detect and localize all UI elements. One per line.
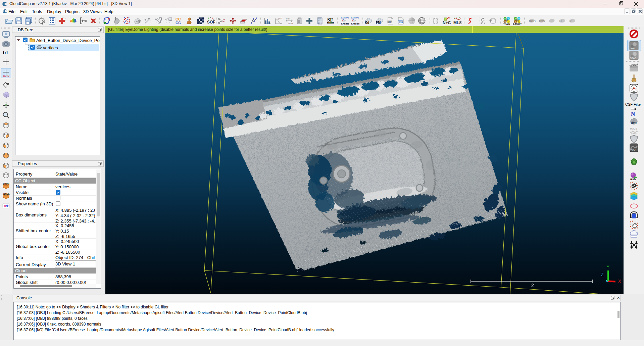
svg-text:CSV: CSV: [398, 21, 403, 23]
svg-text:SOR: SOR: [207, 20, 215, 24]
svg-text:Classify: Classify: [351, 22, 359, 25]
svg-text:CLASSIFY: CLASSIFY: [513, 23, 522, 25]
svg-text:N: N: [631, 111, 635, 117]
svg-text:K: K: [569, 19, 572, 23]
svg-text:HSV: HSV: [539, 19, 545, 23]
svg-text:SSAO: SSAO: [630, 57, 636, 60]
svg-text:Kd: Kd: [365, 21, 369, 24]
svg-text:Z: Z: [601, 272, 604, 277]
svg-text:M3C2: M3C2: [630, 127, 637, 130]
svg-text:PCV: PCV: [631, 149, 636, 152]
svg-text:FRONT: FRONT: [3, 183, 10, 185]
svg-text:auto: auto: [3, 74, 10, 77]
svg-text:X: X: [618, 279, 622, 284]
svg-text:SHP: SHP: [388, 21, 392, 23]
svg-text:FM: FM: [376, 21, 381, 24]
svg-text:3D: 3D: [506, 19, 508, 21]
svg-text:3D: 3D: [516, 19, 519, 21]
svg-text:μ,σ: μ,σ: [278, 17, 282, 20]
svg-text:min: min: [286, 17, 290, 20]
svg-text:2: 2: [531, 283, 534, 288]
svg-text:max: max: [288, 22, 293, 25]
svg-text:N+C: N+C: [443, 20, 451, 25]
svg-text:Y: Y: [606, 264, 610, 269]
svg-text:BACK: BACK: [3, 193, 10, 195]
svg-text:CC: CC: [176, 21, 181, 25]
svg-text:EDL: EDL: [631, 47, 636, 50]
svg-text:Create: Create: [341, 22, 349, 25]
svg-text:CANUPO: CANUPO: [351, 17, 359, 19]
svg-text:SF: SF: [327, 17, 333, 22]
svg-text:TRAIN: TRAIN: [503, 23, 510, 25]
svg-text:CANUPO: CANUPO: [341, 17, 349, 19]
svg-text:RGB: RGB: [529, 19, 536, 23]
svg-text:HPR: HPR: [631, 121, 637, 125]
svg-text:MLS: MLS: [453, 20, 461, 25]
svg-text:1:1: 1:1: [2, 50, 8, 55]
svg-text:RSD: RSD: [630, 178, 636, 181]
svg-text:H: H: [559, 19, 562, 23]
